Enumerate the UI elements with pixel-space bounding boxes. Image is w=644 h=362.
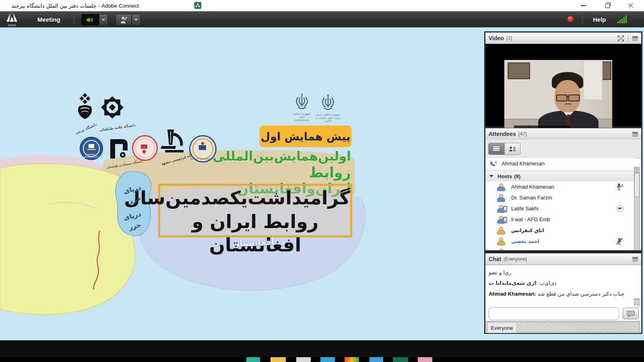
attendee-row-partial[interactable] [485,247,635,251]
emblem-left-caption2-blur [295,119,309,121]
slide-black-line2: روابط ایران و افغانستان [160,210,350,257]
emblem-right-caption1: جمهوری اسلامی ایران [316,113,341,116]
speaker-button[interactable] [81,14,99,25]
pod-menu-icon[interactable] [632,257,638,261]
menu-help[interactable]: Help [593,11,606,27]
chat-tab-hatch-area [516,322,640,333]
kabul-university-seal [132,135,158,161]
chat-input[interactable] [489,307,619,320]
hosts-group-count: (9) [514,173,520,179]
microphone-active-icon [615,183,623,191]
attendee-list-view-button[interactable] [489,143,504,154]
sliver-chrome [345,357,359,362]
hosts-group-row[interactable]: Hosts (9) [485,171,635,182]
attendee-name: Ahmad Khamesan [511,184,554,190]
chat-pod-scope: (Everyone) [504,256,527,262]
attendee-name: اتاق كنفرانس [511,228,544,233]
attendee-name-clipped [511,250,548,251]
attendees-scrollbar[interactable]: ⋮ [634,167,640,250]
sliver-ie [369,357,383,362]
door-frame [583,60,603,100]
video-pod: Video (1) [485,32,642,127]
host-avatar-icon [497,183,507,191]
attendee-row[interactable]: li wal - AFG Emb [485,214,635,225]
stepped-away-icon [617,205,623,212]
chat-message: Ahmad Khamesan:جناب دكتر دسترسي صداي من … [489,291,624,297]
status-dropdown-button[interactable] [132,14,140,25]
chat-tab-strip: Everyone [485,321,640,333]
taskbar-bottom-strip [0,357,644,362]
chat-message: دی‌ای‌ب :اری شه‌ی‌ماندانا ت [489,280,557,286]
pod-menu-icon[interactable] [632,36,638,41]
scrollbar-thumb[interactable] [634,173,640,197]
attendee-row[interactable]: اتاق كنفرانس [485,225,635,236]
attendee-row[interactable]: Ahmad Khamesan [485,181,635,193]
adobe-connect-window: جلسات دفتر بین الملل دانشگاه بیرجند - Ad… [0,0,644,362]
chat-message: ری‌ا و تصو [489,269,511,276]
adobe-logo-label: Adobe [6,24,18,27]
sliver-edge [246,357,260,362]
chevron-down-icon [102,19,105,21]
emblem-right-caption2: وزارت علوم، تحقیقات و فناوری [316,116,341,122]
fullscreen-icon[interactable] [618,35,624,41]
herat-ring-text: HERAT UNIVERSITY [80,153,102,158]
close-button[interactable] [622,0,640,11]
tab-everyone[interactable]: Everyone [487,322,517,333]
scrollbar-top-button[interactable]: ⋮ [634,167,639,173]
recording-indicator[interactable] [568,16,574,22]
speaker-button-group [81,14,108,25]
host-avatar-icon [497,249,507,251]
attendee-row-dialin[interactable]: Ahmad Khamesan [485,158,635,169]
chat-scroll-gripper[interactable] [634,298,640,306]
minimize-button[interactable] [574,0,592,11]
restore-button[interactable] [599,0,616,11]
webcam-video-frame [504,60,612,136]
person-list-view-icon [509,146,516,152]
collapse-triangle-icon[interactable] [489,175,493,177]
sliver-telegram [320,357,335,362]
windows-taskbar: e ENG 5:15 PM 6/29/2021 [0,340,644,357]
attendee-row[interactable]: احمد بخشي [485,236,635,247]
attendees-pod-header[interactable]: Attendees (47) [485,128,641,140]
attendee-row[interactable]: Latife Sakhi [485,203,635,214]
raise-hand-status-button[interactable] [116,14,132,25]
attendee-name: Latife Sakhi [511,206,539,212]
status-button-group [116,14,140,25]
chat-sender: Ahmad Khamesan: [489,291,536,297]
picture-frame [508,62,530,79]
speaker-dropdown-button[interactable] [99,14,108,25]
chat-pod-header[interactable]: Chat (Everyone) [485,253,641,265]
connection-signal-icon[interactable] [617,15,627,23]
birjand-university-logo: دانشگاه بیرجند [75,93,97,131]
chat-bubble-icon [627,310,635,317]
chevron-down-icon [134,19,138,21]
attendees-pod-title: Attendees [489,131,516,137]
video-pod-count: (1) [506,35,512,41]
sliver-paint [418,357,432,362]
video-pod-title: Video [489,35,504,41]
balkh-ring-text: BALKH UNIVERSITY [190,158,215,160]
allameh-tabatabai-university-logo: دانشگاه علامه طباطبائی [99,97,136,130]
adobe-connect-app-icon [194,2,201,9]
menubar-divider [582,15,583,24]
attendees-toolbar [485,140,641,158]
chat-pod: Chat (Everyone) ری‌ا و تصو دی‌ای‌ب :اری … [485,253,642,333]
attendee-status-view-button[interactable] [504,143,520,154]
sliver-store [296,357,311,362]
menu-meeting[interactable]: Meeting [37,11,60,27]
attendee-row[interactable]: Dr. Saman Farzin [485,192,635,204]
host-avatar-icon [497,227,507,234]
person-tie [566,115,570,125]
list-view-icon [493,146,500,151]
emblem-left-caption: جمهوری اسلامی ایران [291,112,313,119]
iran-emblem-left: جمهوری اسلامی ایران [291,93,313,121]
pod-menu-icon[interactable] [632,132,638,136]
hosts-group-label: Hosts [497,173,512,179]
attendee-name: Dr. Saman Farzin [511,195,552,201]
host-avatar-icon [497,194,507,202]
attendee-name: Ahmad Khamesan [502,160,545,167]
video-pod-header[interactable]: Video (1) [485,33,641,44]
sliver-connect [393,357,408,362]
send-message-button[interactable] [623,308,639,319]
attendee-name: احمد بخشي [511,239,539,244]
